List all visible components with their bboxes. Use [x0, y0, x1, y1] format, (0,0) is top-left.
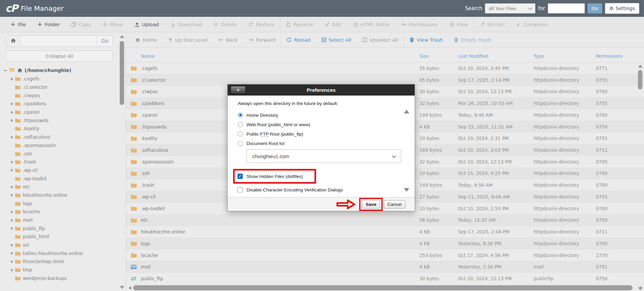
- tree-item-public-ftp[interactable]: + public_ftp: [3, 224, 115, 232]
- search-scope-select[interactable]: All Your Files: [485, 3, 535, 13]
- tree-root-home[interactable]: − (/home/chunghie): [3, 66, 115, 75]
- radio-option-public-ftp-root[interactable]: Public FTP Root (public_ftp): [238, 129, 407, 139]
- checkbox-disable-encoding-dialogs[interactable]: Disable Character Encoding Verification …: [237, 186, 407, 194]
- tree-item-clwpos[interactable]: .clwpos: [3, 91, 115, 100]
- expand-toggle[interactable]: +: [9, 218, 14, 223]
- expand-toggle[interactable]: +: [9, 159, 14, 165]
- tree-item-lscache[interactable]: + lscache: [3, 208, 115, 216]
- table-row-etc[interactable]: etc 56 bytes Today, 12:35 AM httpd/unix-…: [126, 215, 644, 226]
- expand-toggle[interactable]: +: [9, 209, 14, 214]
- expand-toggle[interactable]: +: [9, 168, 14, 173]
- tree-item-public-html[interactable]: public_html: [3, 232, 115, 241]
- file-name-cell[interactable]: hieukhocnhe.online: [130, 229, 419, 234]
- file-name-cell[interactable]: lscache: [130, 253, 419, 258]
- dialog-scroll-down-arrow[interactable]: [404, 188, 409, 192]
- cancel-button[interactable]: Cancel: [384, 200, 405, 209]
- radio-button[interactable]: [238, 132, 243, 137]
- save-button[interactable]: Save: [362, 200, 380, 209]
- file-name-cell[interactable]: mail: [130, 264, 419, 269]
- tree-item-cpaddons[interactable]: + .cpaddons: [3, 100, 115, 108]
- tree-item-tailieu-hieukhocnhe-online[interactable]: + tailieu.hieukhocnhe.online: [3, 249, 115, 257]
- expand-toggle[interactable]: +: [9, 243, 14, 248]
- tree-item-cpanel[interactable]: + .cpanel: [3, 108, 115, 116]
- scroll-up-arrow[interactable]: [120, 35, 124, 38]
- tree-item-htpasswds[interactable]: + .htpasswds: [3, 116, 115, 124]
- tree-item-mail[interactable]: + mail: [3, 216, 115, 224]
- scrollbar-thumb[interactable]: [120, 41, 124, 105]
- expand-toggle[interactable]: +: [9, 118, 14, 123]
- expand-toggle[interactable]: +: [9, 135, 14, 140]
- table-row-mail[interactable]: mail 4 KB Yesterday, 2:30 PM mail 0751: [126, 261, 644, 273]
- column-header-last-modified[interactable]: Last Modified: [458, 53, 534, 59]
- expand-toggle[interactable]: +: [9, 110, 14, 115]
- path-home-button[interactable]: [6, 36, 21, 46]
- tree-item-wp-cli[interactable]: + .wp-cli: [3, 166, 115, 175]
- toolbar-item-folder[interactable]: Folder: [32, 17, 66, 32]
- tree-item-wp-toolkit[interactable]: .wp-toolkit: [3, 174, 115, 183]
- radio-button[interactable]: [238, 113, 243, 118]
- file-name-cell[interactable]: etc: [130, 217, 419, 223]
- document-root-domain-select[interactable]: chunghieu1.com: [247, 149, 401, 163]
- table-row-public-ftp[interactable]: public_ftp 30 bytes Oct 10, 2024, 12:13 …: [126, 273, 644, 285]
- tree-item-trash[interactable]: + .trash: [3, 158, 115, 166]
- expand-toggle[interactable]: +: [9, 192, 14, 197]
- radio-option-document-root[interactable]: Document Root for:: [238, 139, 407, 148]
- search-input[interactable]: [548, 3, 585, 13]
- table-row-hieukhocnhe-online[interactable]: hieukhocnhe.online 4 KB Sep 17, 2025, 2:…: [126, 226, 644, 238]
- expand-toggle[interactable]: +: [9, 251, 14, 256]
- nav-item-view-trash[interactable]: View Trash: [404, 32, 448, 47]
- file-name-cell[interactable]: .cl.selector: [130, 77, 419, 83]
- radio-button[interactable]: [238, 141, 243, 146]
- column-header-size[interactable]: Size: [419, 53, 458, 59]
- expand-toggle[interactable]: +: [9, 76, 14, 81]
- scroll-down-arrow[interactable]: [638, 287, 643, 290]
- search-go-button[interactable]: Go: [588, 3, 602, 13]
- file-name-cell[interactable]: .cagefs: [130, 66, 419, 71]
- file-name-cell[interactable]: public_ftp: [130, 276, 419, 281]
- tree-item-etc[interactable]: + etc: [3, 183, 115, 191]
- tree-item-softaculous[interactable]: + .softaculous: [3, 133, 115, 141]
- radio-option-web-root[interactable]: Web Root (public_html or www): [238, 120, 407, 129]
- column-header-name[interactable]: Name: [130, 53, 419, 59]
- tree-item-logs[interactable]: logs: [3, 199, 115, 208]
- tree-item-cl-selector[interactable]: .cl.selector: [3, 83, 115, 92]
- dialog-scroll-up-arrow[interactable]: [404, 110, 409, 113]
- column-header-type[interactable]: Type: [534, 53, 596, 59]
- collapse-all-button[interactable]: Collapse All: [6, 50, 113, 62]
- close-icon[interactable]: ×: [231, 86, 245, 94]
- radio-option-home-directory[interactable]: Home Directory: [238, 110, 407, 120]
- tree-item-wordpress-backups[interactable]: wordpress-backups: [3, 274, 115, 283]
- path-input[interactable]: [21, 36, 97, 46]
- tree-item-ssl[interactable]: + ssl: [3, 241, 115, 249]
- path-go-button[interactable]: Go: [97, 36, 113, 46]
- table-row-lscache[interactable]: lscache 253 bytes Oct 17, 2024, 4:56 PM …: [126, 250, 644, 261]
- collapse-toggle[interactable]: −: [3, 68, 7, 73]
- scrollbar-thumb[interactable]: [638, 70, 642, 89]
- settings-button[interactable]: ⚙Settings: [605, 3, 639, 14]
- column-header-permissions[interactable]: Permissions: [596, 53, 639, 59]
- tree-item-cagefs[interactable]: + .cagefs: [3, 75, 115, 83]
- expand-toggle[interactable]: +: [9, 267, 14, 272]
- tree-item-spamassassin[interactable]: .spamassassin: [3, 141, 115, 150]
- expand-toggle[interactable]: +: [9, 184, 14, 189]
- tree-item-thuoclanhap-store[interactable]: + thuoclanhap.store: [3, 257, 115, 266]
- table-row-logs[interactable]: logs 4 KB Yesterday, 8:30 PM httpd/unix-…: [126, 238, 644, 250]
- scrollbar-thumb[interactable]: [133, 285, 633, 290]
- scroll-down-arrow[interactable]: [120, 286, 124, 289]
- radio-button[interactable]: [238, 122, 243, 127]
- checkbox-unchecked[interactable]: [237, 187, 243, 192]
- toolbar-item-file[interactable]: File: [5, 17, 32, 32]
- toolbar-item-upload[interactable]: Upload: [129, 17, 165, 32]
- tree-item-ssh[interactable]: .ssh: [3, 149, 115, 158]
- tree-item-tmp[interactable]: + tmp: [3, 266, 115, 274]
- file-name-cell[interactable]: logs: [130, 241, 419, 246]
- table-row-cagefs[interactable]: .cagefs 55 bytes Oct 10, 2024, 2:45 PM h…: [126, 63, 644, 74]
- checkbox-checked[interactable]: ✓: [237, 174, 243, 179]
- expand-toggle[interactable]: +: [9, 101, 14, 106]
- scroll-up-arrow[interactable]: [638, 65, 643, 68]
- nav-item-select-all[interactable]: Select All: [316, 32, 357, 47]
- nav-item-reload[interactable]: Reload: [281, 32, 316, 47]
- expand-toggle[interactable]: +: [9, 226, 14, 231]
- expand-toggle[interactable]: +: [9, 259, 14, 264]
- scrollbar-track[interactable]: [132, 285, 639, 290]
